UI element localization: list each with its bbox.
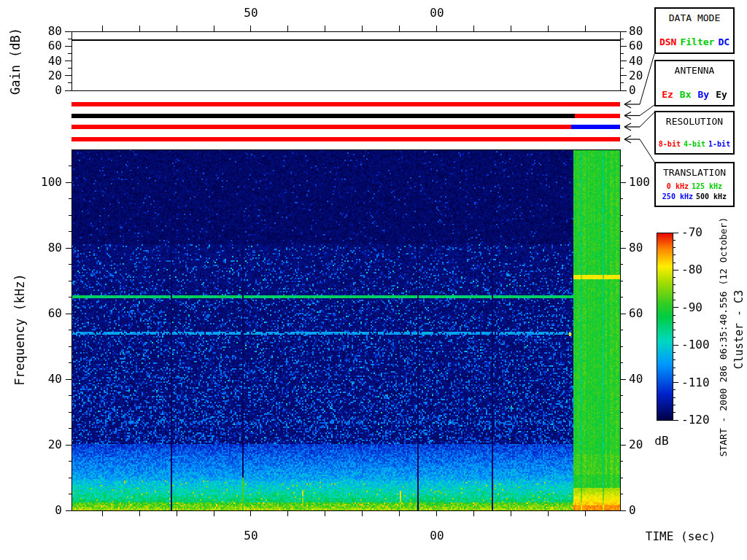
legend-box-data-mode: DATA MODEDSNFilterDC [654,7,735,54]
colorbar-tick-label: -90 [681,302,703,314]
start-time-label: START - 2000 286 06:35:40.556 (12 Octobe… [719,217,728,457]
legend-item: 500 kHz [696,192,727,201]
time-tick-label-bottom: 00 [430,530,444,542]
legend-item: 250 kHz [662,192,693,201]
freq-tick-label-left: 100 [41,176,62,188]
resolution-bar-segment [571,125,620,129]
freq-tick-label-right: 100 [629,176,650,188]
pointer-connector [640,112,654,127]
gain-plot-frame [71,31,620,90]
pointer-arrow-head [624,136,631,139]
gain-ytick-label-right: 40 [629,55,643,67]
legend-item: DC [718,36,729,47]
time-axis-label: TIME (sec) [646,531,716,542]
gain-ytick-label-left: 20 [48,70,62,82]
freq-tick-label-left: 0 [55,505,62,516]
legend-item: 125 kHz [692,182,722,190]
colorbar-tick-label: -70 [681,227,703,238]
freq-tick-label-left: 80 [48,242,62,254]
legend-item: 1-bit [708,140,730,148]
freq-tick-label-left: 20 [48,439,62,451]
gain-ytick-label-right: 80 [629,26,643,37]
colorbar [657,233,673,420]
legend-item: Ey [716,89,727,100]
gain-ytick-label-left: 40 [48,55,62,67]
legend-item: DSN [659,36,676,47]
colorbar-tick-label: -100 [681,339,710,351]
pointer-arrow-head [624,116,631,120]
antenna-bar-segment [71,114,575,118]
translation-bar-segment [71,137,620,141]
pointer-connector [640,105,654,116]
gain-ytick-label-left: 80 [48,26,62,37]
colorbar-tick-label: -120 [681,414,710,426]
colorbar-tick-label: -110 [681,377,710,389]
pointer-arrow-head [624,123,631,127]
data-mode-bar-segment [71,102,620,106]
colorbar-tick-label: -80 [681,264,703,276]
colorbar-unit-label: dB [654,435,668,447]
gain-ytick-label-right: 60 [629,40,643,52]
freq-tick-label-right: 60 [629,308,643,319]
freq-tick-label-left: 40 [48,373,62,385]
pointer-arrow-head [624,101,631,104]
gain-axis-label: Gain (dB) [9,28,22,95]
legend-item: Filter [680,36,714,47]
antenna-bar-segment [575,114,620,118]
gain-ytick-label-right: 0 [629,85,636,96]
pointer-arrow-head [624,127,631,131]
legend-item: 8-bit [659,140,681,148]
legend-item: Bx [680,89,692,100]
frequency-axis-label: Frequency (kHz) [14,273,26,386]
pointer-connector [640,139,654,162]
freq-tick-label-right: 40 [629,373,643,385]
gain-ytick-label-right: 20 [629,70,643,82]
legend-item: By [698,89,710,100]
gain-ytick-label-left: 0 [55,85,62,96]
legend-box-resolution: RESOLUTION8-bit4-bit1-bit [654,111,735,155]
wbd-spectrogram-display: Gain (dB) Frequency (kHz) TIME (sec) dB … [0,0,747,560]
spacecraft-label: Cluster - C3 [734,290,745,369]
pointer-arrow-head [624,139,631,143]
legend-item: 4-bit [684,140,705,148]
freq-tick-label-left: 60 [48,308,62,319]
resolution-bar-segment [71,125,571,129]
legend-box-title: RESOLUTION [666,116,723,127]
legend-box-title: ANTENNA [675,65,715,76]
time-tick-label-top: 50 [244,7,258,19]
time-tick-label-top: 00 [430,7,444,19]
legend-box-title: DATA MODE [669,12,720,23]
spectrogram-canvas [71,149,620,510]
pointer-arrow-head [624,104,631,108]
legend-box-translation: TRANSLATION0 kHz125 kHz250 kHz500 kHz [654,162,735,207]
legend-box-title: TRANSLATION [663,167,726,178]
pointer-arrow-head [624,112,631,116]
legend-item: Ez [662,89,673,100]
gain-ytick-label-left: 60 [48,40,62,52]
freq-tick-label-right: 20 [629,439,643,451]
legend-box-antenna: ANTENNAEzBxByEy [654,60,735,106]
freq-tick-label-right: 0 [629,505,636,516]
freq-tick-label-right: 80 [629,242,643,254]
time-tick-label-bottom: 50 [244,530,258,542]
legend-item: 0 kHz [667,182,689,190]
